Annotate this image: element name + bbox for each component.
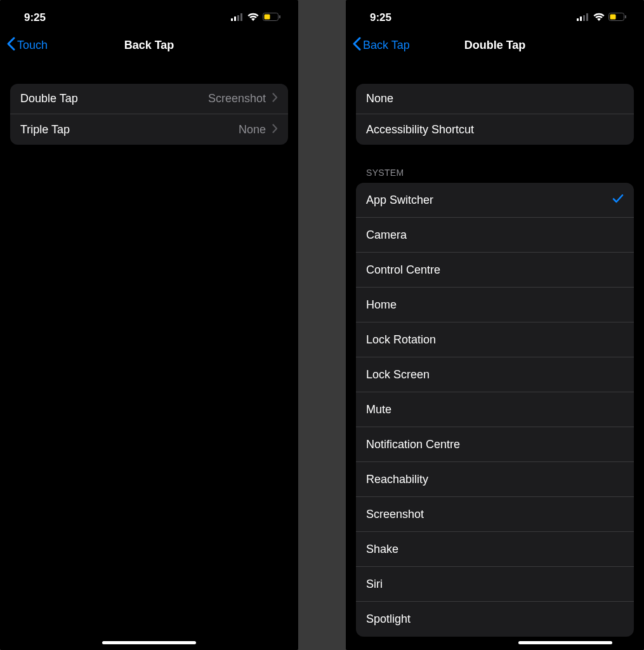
row-home[interactable]: Home [356,288,634,322]
row-label: App Switcher [366,194,433,207]
content-area: Double Tap Screenshot Triple Tap None [0,61,298,145]
row-label: Spotlight [366,613,411,626]
back-button[interactable]: Back Tap [352,37,410,54]
row-label: Double Tap [20,92,78,105]
row-value: None [239,123,266,136]
home-indicator[interactable] [102,641,196,644]
row-label: Reachability [366,473,428,486]
row-screenshot[interactable]: Screenshot [356,497,634,532]
row-app-switcher[interactable]: App Switcher [356,183,634,218]
page-title: Back Tap [124,39,174,52]
svg-rect-3 [240,13,242,21]
phone-screen-back-tap: 9:25 [0,0,298,650]
nav-bar: Back Tap Double Tap [346,30,644,61]
row-spotlight[interactable]: Spotlight [356,602,634,637]
home-indicator[interactable] [518,641,612,644]
row-label: Camera [366,229,407,242]
wifi-icon [247,12,259,23]
nav-bar: Touch Back Tap [0,30,298,61]
row-label: Accessibility Shortcut [366,123,474,136]
status-bar: 9:25 [0,0,298,30]
svg-rect-7 [577,18,579,21]
checkmark-icon [612,194,624,206]
svg-rect-12 [610,15,616,20]
signal-icon [577,12,589,23]
battery-icon [608,12,626,23]
row-none[interactable]: None [356,84,634,114]
svg-rect-10 [586,13,588,21]
settings-group-system: App Switcher Camera Control Centre Home … [356,183,634,637]
svg-rect-5 [265,15,270,20]
row-label: None [366,92,393,105]
status-time: 9:25 [24,11,46,24]
chevron-right-icon [272,124,278,136]
svg-rect-13 [625,15,626,18]
chevron-left-icon [6,37,15,54]
svg-rect-0 [231,18,233,21]
row-label: Control Centre [366,263,440,277]
svg-rect-1 [234,17,236,21]
page-title: Double Tap [464,39,526,52]
row-siri[interactable]: Siri [356,567,634,602]
row-shake[interactable]: Shake [356,532,634,567]
row-accessibility-shortcut[interactable]: Accessibility Shortcut [356,114,634,145]
settings-group-actions: None Accessibility Shortcut [356,84,634,145]
row-label: Home [366,298,397,312]
row-label: Mute [366,403,391,416]
wifi-icon [593,12,605,23]
row-triple-tap[interactable]: Triple Tap None [10,114,288,145]
section-header-system: SYSTEM [346,168,644,183]
row-reachability[interactable]: Reachability [356,462,634,497]
svg-rect-8 [580,17,582,21]
row-double-tap[interactable]: Double Tap Screenshot [10,84,288,114]
settings-group: Double Tap Screenshot Triple Tap None [10,84,288,145]
row-control-centre[interactable]: Control Centre [356,253,634,288]
row-label: Notification Centre [366,438,460,451]
row-label: Triple Tap [20,123,70,136]
row-label: Screenshot [366,508,424,521]
row-lock-rotation[interactable]: Lock Rotation [356,322,634,357]
row-label: Shake [366,543,398,556]
back-button[interactable]: Touch [6,37,48,54]
row-label: Lock Screen [366,368,430,381]
svg-rect-6 [279,15,280,18]
status-bar: 9:25 [346,0,644,30]
row-label: Lock Rotation [366,333,436,347]
status-time: 9:25 [370,11,391,24]
row-mute[interactable]: Mute [356,392,634,427]
battery-icon [263,12,280,23]
row-camera[interactable]: Camera [356,218,634,253]
row-label: Siri [366,578,383,591]
svg-rect-9 [583,15,585,21]
status-icons [231,12,280,23]
row-value: Screenshot [208,92,266,105]
row-lock-screen[interactable]: Lock Screen [356,357,634,392]
svg-rect-2 [237,15,239,21]
chevron-left-icon [352,37,361,54]
phone-screen-double-tap: 9:25 [346,0,644,650]
status-icons [577,12,626,23]
back-label: Back Tap [363,39,410,52]
row-notification-centre[interactable]: Notification Centre [356,427,634,462]
content-area: None Accessibility Shortcut SYSTEM App S… [346,61,644,637]
signal-icon [231,12,244,23]
chevron-right-icon [272,93,278,105]
back-label: Touch [17,39,48,52]
